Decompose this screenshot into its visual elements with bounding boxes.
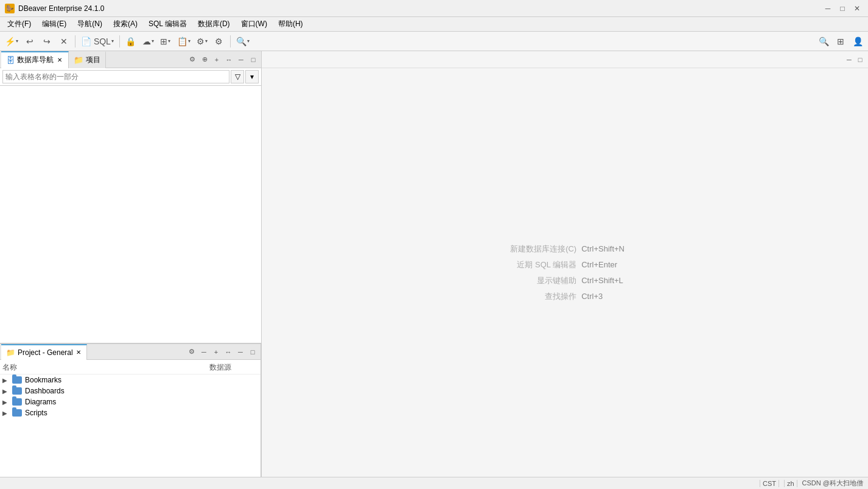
tree-item-scripts[interactable]: ▶ Scripts bbox=[0, 407, 261, 418]
folder-icon-diagrams bbox=[12, 398, 22, 406]
panel-tabs-right: ⚙ ⊕ + ↔ ─ □ bbox=[187, 54, 260, 65]
minimize-button[interactable]: ─ bbox=[822, 2, 834, 15]
project-tree-header: 名称 数据源 bbox=[0, 361, 261, 375]
maximize-button[interactable]: □ bbox=[836, 2, 849, 15]
menu-nav[interactable]: 导航(N) bbox=[72, 18, 107, 30]
tree-header-source: 数据源 bbox=[209, 362, 258, 373]
status-right-text: CSDN @科大扫地僧 bbox=[802, 479, 863, 488]
layout-button[interactable]: ⊞ bbox=[833, 33, 849, 49]
db-nav-tabs: 🗄 数据库导航 ✕ 📁 项目 ⚙ ⊕ + ↔ ─ □ bbox=[0, 51, 261, 68]
shortcut-label-0: 新建数据库连接(C) bbox=[503, 241, 576, 257]
db-nav-close[interactable]: ✕ bbox=[56, 56, 63, 64]
project-tab-icon: 📁 bbox=[6, 348, 15, 357]
user-button[interactable]: 👤 bbox=[850, 33, 866, 49]
tree-item-bookmarks[interactable]: ▶ Bookmarks bbox=[0, 375, 261, 385]
tree-item-diagrams[interactable]: ▶ Diagrams bbox=[0, 396, 261, 407]
filter-button[interactable]: ▽ bbox=[231, 70, 244, 83]
stop-button[interactable]: ✕ bbox=[56, 33, 72, 49]
shortcut-label-1: 近期 SQL 编辑器 bbox=[503, 257, 576, 273]
toolbar-sep-2 bbox=[119, 35, 120, 47]
scripts-label: Scripts bbox=[25, 409, 47, 417]
expand-bookmarks[interactable]: ▶ bbox=[2, 377, 11, 384]
project-settings-btn[interactable]: ⚙ bbox=[186, 347, 197, 357]
app-title: DBeaver Enterprise 24.1.0 bbox=[18, 4, 104, 13]
shortcut-row-3: 查找操作 Ctrl+3 bbox=[503, 289, 625, 304]
project-label: 项目 bbox=[86, 55, 100, 65]
project-panel-btns: ⚙ ─ + ↔ ─ □ bbox=[186, 347, 259, 357]
expand-scripts[interactable]: ▶ bbox=[2, 410, 11, 417]
shortcut-row-0: 新建数据库连接(C) Ctrl+Shift+N bbox=[503, 241, 625, 257]
tools-button[interactable]: ⚙▾ bbox=[194, 33, 210, 49]
db-nav-label: 数据库导航 bbox=[17, 55, 54, 65]
filter-more-button[interactable]: ▾ bbox=[245, 70, 259, 83]
shortcut-hints: 新建数据库连接(C) Ctrl+Shift+N 近期 SQL 编辑器 Ctrl+… bbox=[503, 241, 625, 304]
tree-header-name: 名称 bbox=[2, 362, 209, 373]
tab-project[interactable]: 📁 项目 bbox=[69, 51, 106, 68]
export-button[interactable]: 📋▾ bbox=[175, 33, 193, 49]
project-tab-label: Project - General bbox=[18, 348, 73, 357]
tab-minimize-btn[interactable]: ─ bbox=[236, 54, 247, 65]
forward-button[interactable]: ↪ bbox=[39, 33, 55, 49]
menu-window[interactable]: 窗口(W) bbox=[236, 18, 272, 30]
menu-file[interactable]: 文件(F) bbox=[2, 18, 36, 30]
folder-icon-dashboards bbox=[12, 387, 22, 395]
settings-button[interactable]: ⚙ bbox=[211, 33, 227, 49]
shortcut-key-0: Ctrl+Shift+N bbox=[581, 241, 625, 257]
find-button[interactable]: 🔍▾ bbox=[234, 33, 252, 49]
tab-new-btn[interactable]: ⊕ bbox=[199, 54, 210, 65]
project-remove-btn[interactable]: ─ bbox=[198, 347, 209, 357]
tree-item-dashboards[interactable]: ▶ Dashboards bbox=[0, 385, 261, 396]
content-area: 新建数据库连接(C) Ctrl+Shift+N 近期 SQL 编辑器 Ctrl+… bbox=[262, 68, 868, 477]
tab-add-btn[interactable]: + bbox=[211, 54, 222, 65]
project-panel: 📁 Project - General ✕ ⚙ ─ + ↔ ─ □ 名称 数据源 bbox=[0, 343, 261, 477]
cst-badge: CST bbox=[760, 480, 779, 487]
expand-dashboards[interactable]: ▶ bbox=[2, 388, 11, 395]
grid-button[interactable]: ⊞▾ bbox=[158, 33, 173, 49]
project-maximize-btn[interactable]: □ bbox=[247, 347, 258, 357]
title-bar-controls: ─ □ ✕ bbox=[822, 2, 863, 15]
back-button[interactable]: ↩ bbox=[22, 33, 38, 49]
menu-help[interactable]: 帮助(H) bbox=[273, 18, 308, 30]
bookmarks-label: Bookmarks bbox=[25, 376, 61, 384]
db-nav-tree bbox=[0, 86, 261, 343]
editor-maximize-btn[interactable]: □ bbox=[855, 54, 866, 65]
main-layout: 🗄 数据库导航 ✕ 📁 项目 ⚙ ⊕ + ↔ ─ □ ▽ ▾ bbox=[0, 51, 868, 477]
db-search-bar: ▽ ▾ bbox=[0, 68, 261, 86]
toolbar-sep-3 bbox=[230, 35, 231, 47]
menu-search[interactable]: 搜索(A) bbox=[108, 18, 142, 30]
expand-diagrams[interactable]: ▶ bbox=[2, 399, 11, 406]
cloud-button[interactable]: ☁▾ bbox=[140, 33, 156, 49]
shortcut-row-2: 显示键辅助 Ctrl+Shift+L bbox=[503, 273, 625, 289]
status-bar: CST zh CSDN @科大扫地僧 bbox=[0, 477, 868, 489]
tab-sync-btn[interactable]: ↔ bbox=[223, 54, 234, 65]
shortcut-label-2: 显示键辅助 bbox=[503, 273, 576, 289]
project-minimize-btn[interactable]: ─ bbox=[235, 347, 246, 357]
tab-db-nav[interactable]: 🗄 数据库导航 ✕ bbox=[1, 51, 69, 68]
shortcut-label-3: 查找操作 bbox=[503, 289, 576, 304]
menu-database[interactable]: 数据库(D) bbox=[193, 18, 235, 30]
connect-button[interactable]: ⚡▾ bbox=[2, 33, 21, 49]
tab-settings-btn[interactable]: ⚙ bbox=[187, 54, 198, 65]
folder-icon-bookmarks bbox=[12, 376, 22, 384]
editor-minimize-btn[interactable]: ─ bbox=[844, 54, 855, 65]
project-panel-tab[interactable]: 📁 Project - General ✕ bbox=[1, 344, 87, 360]
db-search-input[interactable] bbox=[2, 70, 229, 83]
diagrams-label: Diagrams bbox=[25, 398, 56, 406]
project-tab-close[interactable]: ✕ bbox=[75, 348, 82, 356]
tab-maximize-btn[interactable]: □ bbox=[248, 54, 259, 65]
menu-sql-editor[interactable]: SQL 编辑器 bbox=[144, 18, 192, 30]
close-button[interactable]: ✕ bbox=[851, 2, 863, 15]
global-search-button[interactable]: 🔍 bbox=[816, 33, 831, 49]
project-tree: 名称 数据源 ▶ Bookmarks ▶ Dashboards ▶ bbox=[0, 360, 261, 477]
menu-edit[interactable]: 编辑(E) bbox=[37, 18, 71, 30]
lang-badge: zh bbox=[784, 480, 797, 487]
status-bar-right: CST zh CSDN @科大扫地僧 bbox=[760, 479, 863, 488]
project-sync-btn[interactable]: ↔ bbox=[223, 347, 234, 357]
db-nav-icon: 🗄 bbox=[6, 55, 15, 65]
new-sql-button[interactable]: 📄 SQL ▾ bbox=[79, 33, 116, 49]
folder-icon-scripts bbox=[12, 409, 22, 417]
editor-header: ─ □ bbox=[262, 51, 868, 68]
project-add-btn[interactable]: + bbox=[211, 347, 222, 357]
title-bar-left: 🦫 DBeaver Enterprise 24.1.0 bbox=[5, 4, 104, 13]
lock-button[interactable]: 🔒 bbox=[123, 33, 139, 49]
